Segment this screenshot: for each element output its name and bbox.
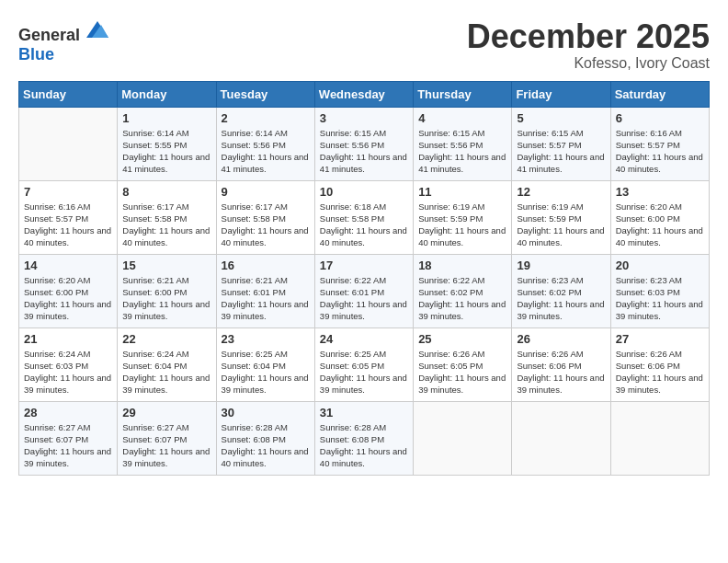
day-number: 25 — [418, 332, 506, 346]
page-header: General Blue December 2025 Kofesso, Ivor… — [18, 18, 710, 72]
day-cell: 25 Sunrise: 6:26 AM Sunset: 6:05 PM Dayl… — [414, 327, 512, 401]
header-wednesday: Wednesday — [314, 81, 413, 107]
sunset-text: Sunset: 5:55 PM — [122, 140, 187, 150]
sunrise-text: Sunrise: 6:24 AM — [24, 349, 90, 359]
sunset-text: Sunset: 6:00 PM — [24, 287, 88, 297]
daylight-text: Daylight: 11 hours and 39 minutes. — [320, 373, 407, 395]
day-cell: 21 Sunrise: 6:24 AM Sunset: 6:03 PM Dayl… — [19, 327, 118, 401]
day-number: 14 — [24, 259, 112, 272]
sunrise-text: Sunrise: 6:19 AM — [418, 201, 484, 212]
sunset-text: Sunset: 5:56 PM — [320, 140, 384, 150]
sunset-text: Sunset: 6:04 PM — [122, 361, 187, 371]
daylight-text: Daylight: 11 hours and 39 minutes. — [616, 299, 703, 321]
day-number: 21 — [24, 332, 112, 346]
day-cell — [512, 401, 610, 475]
day-info: Sunrise: 6:16 AM Sunset: 5:57 PM Dayligh… — [616, 127, 704, 176]
sunset-text: Sunset: 6:04 PM — [222, 361, 286, 371]
sunrise-text: Sunrise: 6:16 AM — [616, 128, 682, 138]
sunrise-text: Sunrise: 6:26 AM — [616, 349, 682, 359]
day-info: Sunrise: 6:22 AM Sunset: 6:01 PM Dayligh… — [320, 274, 408, 323]
logo-general: General — [18, 26, 80, 44]
sunset-text: Sunset: 6:00 PM — [122, 287, 187, 297]
sunrise-text: Sunrise: 6:20 AM — [616, 201, 682, 212]
day-cell — [19, 107, 118, 180]
day-number: 29 — [122, 406, 210, 419]
sunset-text: Sunset: 6:01 PM — [222, 287, 286, 297]
month-year-title: December 2025 — [467, 18, 710, 55]
day-info: Sunrise: 6:27 AM Sunset: 6:07 PM Dayligh… — [122, 421, 210, 470]
day-info: Sunrise: 6:25 AM Sunset: 6:04 PM Dayligh… — [222, 348, 310, 396]
daylight-text: Daylight: 11 hours and 39 minutes. — [517, 373, 604, 395]
day-number: 24 — [320, 332, 408, 346]
day-cell: 17 Sunrise: 6:22 AM Sunset: 6:01 PM Dayl… — [314, 254, 413, 327]
sunrise-text: Sunrise: 6:25 AM — [222, 349, 288, 359]
sunset-text: Sunset: 6:03 PM — [24, 361, 88, 371]
daylight-text: Daylight: 11 hours and 41 minutes. — [122, 152, 210, 174]
day-number: 7 — [24, 185, 112, 199]
daylight-text: Daylight: 11 hours and 41 minutes. — [222, 152, 309, 174]
day-info: Sunrise: 6:14 AM Sunset: 5:55 PM Dayligh… — [122, 127, 210, 176]
day-cell: 6 Sunrise: 6:16 AM Sunset: 5:57 PM Dayli… — [610, 107, 709, 180]
day-cell: 7 Sunrise: 6:16 AM Sunset: 5:57 PM Dayli… — [19, 180, 118, 254]
day-info: Sunrise: 6:16 AM Sunset: 5:57 PM Dayligh… — [24, 201, 112, 249]
sunset-text: Sunset: 6:07 PM — [122, 434, 187, 444]
day-cell: 28 Sunrise: 6:27 AM Sunset: 6:07 PM Dayl… — [19, 401, 118, 475]
day-info: Sunrise: 6:20 AM Sunset: 6:00 PM Dayligh… — [24, 274, 112, 323]
day-number: 20 — [616, 259, 704, 272]
day-number: 16 — [222, 259, 310, 272]
day-cell: 22 Sunrise: 6:24 AM Sunset: 6:04 PM Dayl… — [118, 327, 216, 401]
day-cell — [414, 401, 512, 475]
calendar-table: Sunday Monday Tuesday Wednesday Thursday… — [18, 81, 710, 476]
day-number: 4 — [418, 111, 506, 125]
day-cell: 29 Sunrise: 6:27 AM Sunset: 6:07 PM Dayl… — [118, 401, 216, 475]
daylight-text: Daylight: 11 hours and 39 minutes. — [418, 373, 506, 395]
week-row-5: 28 Sunrise: 6:27 AM Sunset: 6:07 PM Dayl… — [19, 401, 710, 475]
location-subtitle: Kofesso, Ivory Coast — [467, 55, 710, 72]
day-cell: 5 Sunrise: 6:15 AM Sunset: 5:57 PM Dayli… — [512, 107, 610, 180]
daylight-text: Daylight: 11 hours and 39 minutes. — [24, 446, 111, 468]
day-info: Sunrise: 6:19 AM Sunset: 5:59 PM Dayligh… — [517, 201, 605, 249]
day-info: Sunrise: 6:18 AM Sunset: 5:58 PM Dayligh… — [320, 201, 408, 249]
day-info: Sunrise: 6:28 AM Sunset: 6:08 PM Dayligh… — [222, 421, 310, 470]
day-number: 19 — [517, 259, 605, 272]
day-info: Sunrise: 6:27 AM Sunset: 6:07 PM Dayligh… — [24, 421, 112, 470]
sunset-text: Sunset: 5:58 PM — [320, 213, 384, 224]
day-number: 28 — [24, 406, 112, 419]
day-number: 13 — [616, 185, 704, 199]
header-monday: Monday — [118, 81, 216, 107]
daylight-text: Daylight: 11 hours and 41 minutes. — [517, 152, 604, 174]
daylight-text: Daylight: 11 hours and 39 minutes. — [122, 373, 210, 395]
sunrise-text: Sunrise: 6:28 AM — [320, 422, 386, 432]
daylight-text: Daylight: 11 hours and 40 minutes. — [122, 225, 210, 247]
sunrise-text: Sunrise: 6:24 AM — [122, 349, 188, 359]
sunrise-text: Sunrise: 6:15 AM — [517, 128, 583, 138]
sunset-text: Sunset: 5:57 PM — [24, 213, 88, 224]
day-number: 6 — [616, 111, 704, 125]
day-number: 26 — [517, 332, 605, 346]
day-cell: 27 Sunrise: 6:26 AM Sunset: 6:06 PM Dayl… — [610, 327, 709, 401]
day-number: 30 — [222, 406, 310, 419]
day-number: 15 — [122, 259, 210, 272]
daylight-text: Daylight: 11 hours and 39 minutes. — [122, 299, 210, 321]
sunrise-text: Sunrise: 6:17 AM — [222, 201, 288, 212]
day-number: 22 — [122, 332, 210, 346]
day-cell: 12 Sunrise: 6:19 AM Sunset: 5:59 PM Dayl… — [512, 180, 610, 254]
day-cell: 24 Sunrise: 6:25 AM Sunset: 6:05 PM Dayl… — [314, 327, 413, 401]
sunset-text: Sunset: 5:58 PM — [122, 213, 187, 224]
day-cell: 15 Sunrise: 6:21 AM Sunset: 6:00 PM Dayl… — [118, 254, 216, 327]
week-row-4: 21 Sunrise: 6:24 AM Sunset: 6:03 PM Dayl… — [19, 327, 710, 401]
sunset-text: Sunset: 6:05 PM — [320, 361, 384, 371]
logo-text: General Blue — [18, 18, 108, 64]
day-cell: 13 Sunrise: 6:20 AM Sunset: 6:00 PM Dayl… — [610, 180, 709, 254]
daylight-text: Daylight: 11 hours and 39 minutes. — [222, 373, 309, 395]
sunset-text: Sunset: 5:59 PM — [517, 213, 581, 224]
day-number: 1 — [122, 111, 210, 125]
sunrise-text: Sunrise: 6:17 AM — [122, 201, 188, 212]
day-cell: 16 Sunrise: 6:21 AM Sunset: 6:01 PM Dayl… — [216, 254, 314, 327]
sunrise-text: Sunrise: 6:25 AM — [320, 349, 386, 359]
day-number: 11 — [418, 185, 506, 199]
sunset-text: Sunset: 6:08 PM — [222, 434, 286, 444]
sunset-text: Sunset: 6:08 PM — [320, 434, 384, 444]
sunset-text: Sunset: 5:57 PM — [517, 140, 581, 150]
day-info: Sunrise: 6:24 AM Sunset: 6:04 PM Dayligh… — [122, 348, 210, 396]
